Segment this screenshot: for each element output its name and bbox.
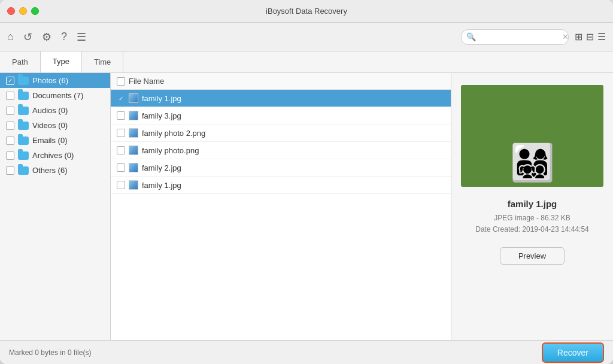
- app-title: iBoysoft Data Recovery: [266, 7, 347, 16]
- file1-checkbox[interactable]: [117, 94, 125, 102]
- titlebar: iBoysoft Data Recovery: [0, 0, 613, 23]
- file6-label: family 1.jpg: [142, 181, 181, 190]
- sidebar-item-archives[interactable]: Archives (0): [0, 148, 110, 163]
- status-text: Marked 0 bytes in 0 file(s): [9, 348, 91, 357]
- file4-label: family photo.png: [142, 146, 199, 155]
- photos-checkbox[interactable]: [6, 77, 14, 85]
- emails-folder-icon: [18, 136, 29, 145]
- photos-folder-icon: [18, 77, 29, 85]
- documents-folder-icon: [18, 92, 29, 100]
- sidebar-item-documents[interactable]: Documents (7): [0, 88, 110, 103]
- search-icon: 🔍: [466, 32, 476, 41]
- file-row[interactable]: family photo.png: [111, 142, 451, 159]
- drive-icon[interactable]: ☰: [77, 31, 86, 44]
- sidebar-item-photos[interactable]: Photos (6): [0, 73, 110, 88]
- file6-thumb: [129, 180, 138, 190]
- tab-path[interactable]: Path: [0, 51, 41, 72]
- file5-thumb: [129, 163, 138, 172]
- preview-button[interactable]: Preview: [500, 247, 565, 265]
- photos-label: Photos (6): [32, 76, 68, 85]
- sidebar-item-audios[interactable]: Audios (0): [0, 103, 110, 118]
- file-row[interactable]: family photo 2.png: [111, 125, 451, 142]
- preview-meta: JPEG image - 86.32 KB Date Created: 2019…: [475, 213, 588, 235]
- preview-photo: [461, 85, 603, 187]
- home-icon[interactable]: ⌂: [7, 31, 14, 43]
- main-content: Photos (6) Documents (7) Audios (0) Vide…: [0, 73, 613, 340]
- archives-checkbox[interactable]: [6, 151, 14, 160]
- archives-folder-icon: [18, 151, 29, 160]
- file-row[interactable]: family 1.jpg: [111, 177, 451, 194]
- select-all-checkbox[interactable]: [117, 77, 125, 86]
- file4-thumb: [129, 145, 138, 155]
- file4-checkbox[interactable]: [117, 146, 125, 154]
- documents-checkbox[interactable]: [6, 92, 14, 100]
- recover-button[interactable]: Recover: [542, 342, 604, 363]
- view-controls: ⊞ ⊟ ☰: [575, 31, 606, 43]
- minimize-button[interactable]: [19, 7, 27, 15]
- archives-label: Archives (0): [32, 151, 74, 160]
- file3-label: family photo 2.png: [142, 129, 205, 138]
- file6-checkbox[interactable]: [117, 181, 125, 189]
- file5-label: family 2.jpg: [142, 163, 181, 172]
- statusbar: Marked 0 bytes in 0 file(s) Recover: [0, 340, 613, 364]
- close-button[interactable]: [7, 7, 15, 15]
- search-clear-icon[interactable]: ✕: [562, 32, 569, 41]
- others-label: Others (6): [32, 166, 68, 175]
- sidebar-item-videos[interactable]: Videos (0): [0, 118, 110, 133]
- emails-checkbox[interactable]: [6, 136, 14, 145]
- tabbar: Path Type Time: [0, 51, 613, 73]
- preview-meta-date: Date Created: 2019-04-23 14:44:54: [475, 225, 588, 233]
- audios-folder-icon: [18, 107, 29, 115]
- settings-icon[interactable]: ⚙: [42, 31, 51, 44]
- preview-image: [461, 85, 603, 187]
- preview-panel: family 1.jpg JPEG image - 86.32 KB Date …: [451, 73, 613, 340]
- list-view-icon[interactable]: ☰: [597, 31, 606, 43]
- file-list-header: File Name: [111, 73, 451, 90]
- videos-folder-icon: [18, 122, 29, 130]
- toolbar-icons: ⌂ ↺ ⚙ ? ☰: [7, 31, 86, 44]
- audios-label: Audios (0): [32, 106, 68, 115]
- documents-label: Documents (7): [32, 91, 83, 100]
- search-input[interactable]: [478, 33, 562, 41]
- file2-label: family 3.jpg: [142, 111, 181, 120]
- sidebar-item-others[interactable]: Others (6): [0, 163, 110, 178]
- file5-checkbox[interactable]: [117, 163, 125, 172]
- help-icon[interactable]: ?: [61, 31, 67, 43]
- traffic-lights: [7, 7, 39, 15]
- app-window: iBoysoft Data Recovery ⌂ ↺ ⚙ ? ☰ 🔍 ✕ ⊞ ⊟…: [0, 0, 613, 364]
- videos-label: Videos (0): [32, 121, 68, 130]
- file3-checkbox[interactable]: [117, 129, 125, 137]
- toolbar: ⌂ ↺ ⚙ ? ☰ 🔍 ✕ ⊞ ⊟ ☰: [0, 23, 613, 51]
- maximize-button[interactable]: [31, 7, 39, 15]
- videos-checkbox[interactable]: [6, 122, 14, 130]
- file-row[interactable]: family 2.jpg: [111, 159, 451, 177]
- file-name-column: File Name: [129, 77, 164, 86]
- others-checkbox[interactable]: [6, 166, 14, 175]
- audios-checkbox[interactable]: [6, 107, 14, 115]
- search-box: 🔍 ✕: [461, 29, 569, 45]
- emails-label: Emails (0): [32, 136, 68, 145]
- refresh-icon[interactable]: ↺: [23, 31, 32, 44]
- sidebar: Photos (6) Documents (7) Audios (0) Vide…: [0, 73, 111, 340]
- file-list: File Name family 1.jpg family 3.jpg fami…: [111, 73, 451, 340]
- tab-time[interactable]: Time: [82, 51, 123, 72]
- file3-thumb: [129, 128, 138, 138]
- file2-checkbox[interactable]: [117, 111, 125, 120]
- thumbnail-view-icon[interactable]: ⊞: [575, 31, 582, 43]
- tab-type[interactable]: Type: [41, 51, 82, 72]
- file1-label: family 1.jpg: [142, 94, 181, 103]
- file1-thumb: [129, 93, 138, 103]
- preview-filename: family 1.jpg: [508, 199, 557, 209]
- file-row[interactable]: family 3.jpg: [111, 107, 451, 125]
- file-row[interactable]: family 1.jpg: [111, 90, 451, 107]
- preview-meta-size: JPEG image - 86.32 KB: [494, 214, 570, 222]
- sidebar-item-emails[interactable]: Emails (0): [0, 133, 110, 148]
- others-folder-icon: [18, 166, 29, 175]
- file2-thumb: [129, 111, 138, 120]
- column-view-icon[interactable]: ⊟: [586, 31, 594, 43]
